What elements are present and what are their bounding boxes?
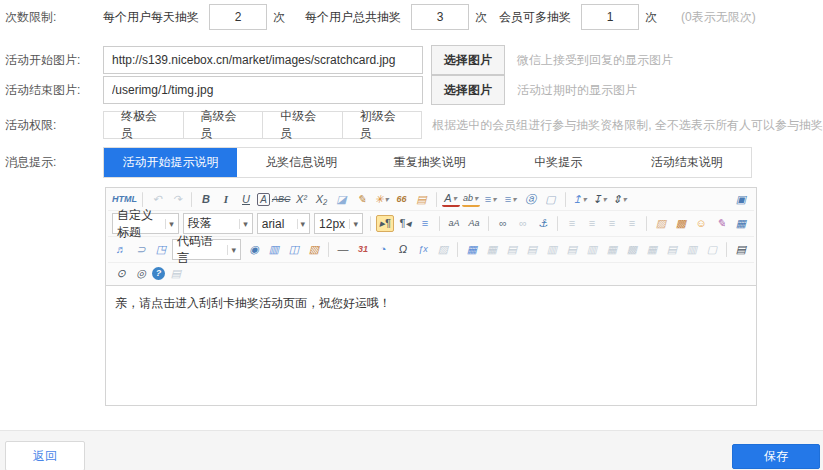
insert-date-icon[interactable]: 31 bbox=[354, 241, 372, 258]
page-break-icon[interactable]: ▢ bbox=[703, 241, 721, 258]
scrawl-icon[interactable]: ✎ bbox=[712, 215, 730, 232]
insert-image-icon[interactable]: ▨ bbox=[652, 215, 670, 232]
eraser-icon[interactable]: ◪ bbox=[333, 191, 351, 208]
split-cols-icon[interactable]: ▥ bbox=[683, 241, 701, 258]
font-border-icon[interactable]: A bbox=[257, 193, 270, 206]
end-image-url-input[interactable] bbox=[103, 76, 423, 104]
edit-formula-icon[interactable]: ƒx bbox=[414, 241, 432, 258]
print-icon[interactable]: ▤ bbox=[732, 241, 750, 258]
find-replace-icon[interactable]: ◎ bbox=[132, 265, 150, 282]
unordered-list-icon[interactable]: ≡ bbox=[502, 191, 520, 208]
member-level-ultimate-button[interactable]: 终极会员 bbox=[103, 111, 184, 139]
insert-row-icon[interactable]: ▤ bbox=[523, 241, 541, 258]
insert-col-icon[interactable]: ▥ bbox=[543, 241, 561, 258]
ordered-list-icon[interactable]: ≡ bbox=[482, 191, 500, 208]
underline-icon[interactable]: U bbox=[237, 191, 255, 208]
emotion-icon[interactable]: ☺ bbox=[692, 215, 710, 232]
merge-down-icon[interactable]: ▦ bbox=[643, 241, 661, 258]
paragraph-spacing-bottom-icon[interactable]: ↧ bbox=[591, 191, 609, 208]
align-center-icon[interactable]: ≡ bbox=[583, 215, 601, 232]
insert-document-icon[interactable]: ◳ bbox=[152, 241, 170, 258]
horizontal-rule-icon[interactable]: — bbox=[334, 241, 352, 258]
insert-iframe-icon[interactable]: ◫ bbox=[285, 241, 303, 258]
delete-col-icon[interactable]: ▥ bbox=[583, 241, 601, 258]
paste-filter-icon[interactable]: ▤ bbox=[413, 191, 431, 208]
image-manager-icon[interactable]: ▩ bbox=[672, 215, 690, 232]
tab-win-prompt[interactable]: 中奖提示 bbox=[494, 148, 623, 177]
merge-cells-icon[interactable]: ▦ bbox=[603, 241, 621, 258]
member-level-senior-button[interactable]: 高级会员 bbox=[183, 111, 264, 139]
italic-icon[interactable]: I bbox=[217, 191, 235, 208]
total-input[interactable] bbox=[411, 4, 469, 30]
tab-activity-end-note[interactable]: 活动结束说明 bbox=[623, 148, 752, 177]
background-icon[interactable]: ▧ bbox=[305, 241, 323, 258]
tab-repeat-draw-note[interactable]: 重复抽奖说明 bbox=[366, 148, 495, 177]
split-rows-icon[interactable]: ▤ bbox=[663, 241, 681, 258]
source-code-button[interactable]: HTML bbox=[112, 191, 137, 208]
bold-icon[interactable]: B bbox=[197, 191, 215, 208]
fullscreen-icon[interactable]: ▣ bbox=[732, 191, 750, 208]
choose-start-image-button[interactable]: 选择图片 bbox=[431, 45, 505, 75]
line-height-icon[interactable]: ⇕ bbox=[611, 191, 629, 208]
format-painter-icon[interactable]: ✎ bbox=[353, 191, 371, 208]
member-level-junior-button[interactable]: 初级会员 bbox=[342, 111, 423, 139]
snapscreen-icon[interactable]: ▥ bbox=[265, 241, 283, 258]
tab-redeem-info[interactable]: 兑奖信息说明 bbox=[237, 148, 366, 177]
first-line-indent-icon[interactable]: ▸¶ bbox=[376, 215, 394, 232]
attachment-icon[interactable]: ⊃ bbox=[132, 241, 150, 258]
blockquote-icon[interactable]: 66 bbox=[393, 191, 411, 208]
member-level-group: 终极会员高级会员中级会员初级会员 bbox=[103, 111, 422, 139]
table-title-icon[interactable]: ▤ bbox=[503, 241, 521, 258]
member-level-middle-button[interactable]: 中级会员 bbox=[262, 111, 343, 139]
anchor-icon[interactable]: ⚓ bbox=[534, 215, 552, 232]
paste-icon[interactable]: ▤ bbox=[167, 265, 185, 282]
member-extra-input[interactable] bbox=[581, 4, 639, 30]
insert-code-icon[interactable]: ◉ bbox=[245, 241, 263, 258]
undo-icon[interactable]: ↶ bbox=[148, 191, 166, 208]
font-color-icon[interactable]: A bbox=[442, 193, 460, 207]
choose-end-image-button[interactable]: 选择图片 bbox=[431, 75, 505, 105]
insert-table-icon[interactable]: ▦ bbox=[463, 241, 481, 258]
editor-toolbar: HTML↶↷BIUAABCX²X₂◪✎✳66▤Aab≡≡ⓐ▢↥↧⇕▣ 自定义标题… bbox=[106, 188, 756, 286]
paragraph-select[interactable]: 段落 ▾ bbox=[183, 213, 253, 234]
paragraph-layout-icon[interactable]: ≡ bbox=[416, 215, 434, 232]
tab-activity-start-note[interactable]: 活动开始提示说明 bbox=[104, 148, 237, 177]
editor-content[interactable]: 亲，请点击进入刮刮卡抽奖活动页面，祝您好运哦！ bbox=[106, 286, 756, 405]
align-justify-icon[interactable]: ≡ bbox=[623, 215, 641, 232]
auto-typeset-icon[interactable]: ✳ bbox=[373, 191, 391, 208]
anchor-link-icon[interactable]: ⓐ bbox=[522, 191, 540, 208]
delete-table-icon[interactable]: ▦ bbox=[483, 241, 501, 258]
link-icon[interactable]: ∞ bbox=[494, 215, 512, 232]
insert-video-icon[interactable]: ▦ bbox=[732, 215, 750, 232]
merge-right-icon[interactable]: ▩ bbox=[623, 241, 641, 258]
save-button[interactable]: 保存 bbox=[732, 444, 820, 469]
redo-icon[interactable]: ↷ bbox=[168, 191, 186, 208]
paragraph-spacing-top-icon[interactable]: ↥ bbox=[571, 191, 589, 208]
per-day-input[interactable] bbox=[209, 4, 267, 30]
search-icon[interactable]: ⊙ bbox=[112, 265, 130, 282]
insert-music-icon[interactable]: ♬ bbox=[112, 241, 130, 258]
help-icon[interactable]: ? bbox=[152, 267, 165, 280]
start-image-url-input[interactable] bbox=[103, 46, 423, 74]
insert-time-icon[interactable]: ◔ bbox=[374, 241, 392, 258]
new-document-icon[interactable]: ▢ bbox=[542, 191, 560, 208]
to-lowercase-icon[interactable]: Aa bbox=[465, 215, 483, 232]
rtl-paragraph-icon[interactable]: ¶◂ bbox=[396, 215, 414, 232]
font-family-select[interactable]: arial ▾ bbox=[257, 213, 310, 234]
font-size-select[interactable]: 12px ▾ bbox=[314, 213, 363, 234]
subscript-icon[interactable]: X₂ bbox=[313, 191, 331, 208]
custom-title-select[interactable]: 自定义标题 ▾ bbox=[112, 213, 179, 234]
superscript-icon[interactable]: X² bbox=[293, 191, 311, 208]
strikethrough-icon[interactable]: ABC bbox=[272, 191, 291, 208]
map-icon[interactable]: ▨ bbox=[434, 241, 452, 258]
back-button[interactable]: 返回 bbox=[5, 441, 85, 470]
special-chars-icon[interactable]: Ω bbox=[394, 241, 412, 258]
to-uppercase-icon[interactable]: aA bbox=[445, 215, 463, 232]
delete-row-icon[interactable]: ▤ bbox=[563, 241, 581, 258]
align-right-icon[interactable]: ≡ bbox=[603, 215, 621, 232]
code-language-select[interactable]: 代码语言 ▾ bbox=[172, 239, 241, 260]
permissions-label: 活动权限: bbox=[0, 117, 103, 134]
unlink-icon[interactable]: ∞ bbox=[514, 215, 532, 232]
highlight-color-icon[interactable]: ab bbox=[462, 193, 480, 207]
align-left-icon[interactable]: ≡ bbox=[563, 215, 581, 232]
